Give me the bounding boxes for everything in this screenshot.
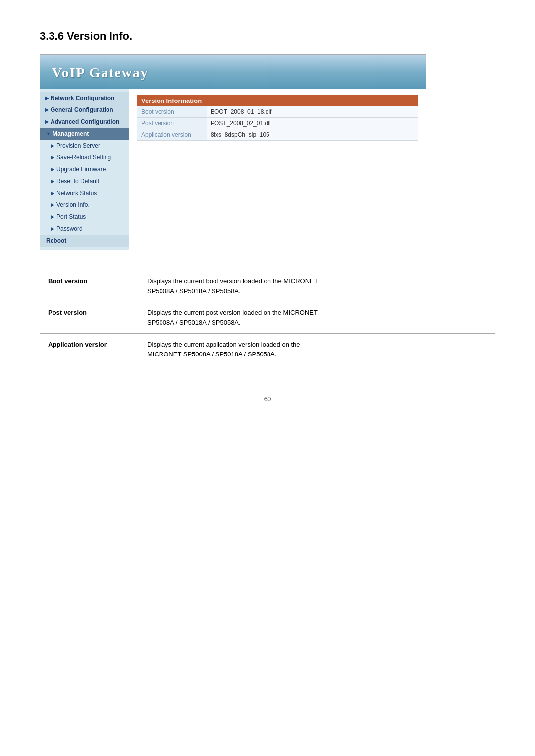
sidebar-item-save-reload[interactable]: Save-Reload Setting bbox=[40, 151, 129, 163]
sidebar-label-management: Management bbox=[53, 130, 89, 137]
sidebar-label-reboot: Reboot bbox=[46, 237, 66, 244]
sidebar-label-network-config: Network Configuration bbox=[51, 95, 114, 101]
sidebar-label-general-config: General Configuration bbox=[51, 106, 113, 113]
sidebar-item-general-config[interactable]: General Configuration bbox=[40, 104, 129, 116]
version-row: Post version POST_2008_02_01.dlf bbox=[137, 118, 418, 129]
page-title: 3.3.6 Version Info. bbox=[40, 30, 495, 43]
version-value: BOOT_2008_01_18.dlf bbox=[207, 106, 418, 118]
description-table: Boot version Displays the current boot v… bbox=[40, 270, 495, 365]
desc-field: Post version bbox=[40, 302, 139, 334]
sidebar-item-password[interactable]: Password bbox=[40, 223, 129, 235]
sidebar-label-upgrade-firmware: Upgrade Firmware bbox=[56, 166, 106, 173]
gateway-header: VoIP Gateway bbox=[40, 55, 426, 89]
sidebar-label-reset-default: Reset to Default bbox=[56, 178, 99, 185]
arrow-down-icon bbox=[46, 131, 51, 136]
version-row: Boot version BOOT_2008_01_18.dlf bbox=[137, 106, 418, 118]
sidebar-item-reset-default[interactable]: Reset to Default bbox=[40, 175, 129, 187]
sidebar-item-port-status[interactable]: Port Status bbox=[40, 211, 129, 223]
desc-text: Displays the current post version loaded… bbox=[139, 302, 495, 334]
arrow-icon bbox=[51, 179, 54, 184]
arrow-icon bbox=[45, 96, 49, 101]
arrow-icon bbox=[51, 191, 54, 196]
sidebar-item-network-status[interactable]: Network Status bbox=[40, 187, 129, 199]
sidebar-label-version-info: Version Info. bbox=[56, 202, 90, 208]
sidebar-item-upgrade-firmware[interactable]: Upgrade Firmware bbox=[40, 163, 129, 175]
version-value: 8fxs_8dspCh_sip_105 bbox=[207, 129, 418, 141]
desc-row: Post version Displays the current post v… bbox=[40, 302, 495, 334]
arrow-icon bbox=[45, 107, 49, 112]
desc-row: Application version Displays the current… bbox=[40, 334, 495, 365]
desc-field: Application version bbox=[40, 334, 139, 365]
brand-text: VoIP Gateway bbox=[52, 65, 149, 80]
version-label: Boot version bbox=[137, 106, 207, 118]
sidebar-label-save-reload: Save-Reload Setting bbox=[56, 154, 111, 161]
sidebar-item-version-info[interactable]: Version Info. bbox=[40, 199, 129, 211]
version-info-header: Version Information bbox=[137, 95, 418, 106]
sidebar-item-management[interactable]: Management bbox=[40, 128, 129, 140]
sidebar-label-provision-server: Provision Server bbox=[56, 142, 100, 149]
arrow-icon bbox=[51, 226, 54, 231]
arrow-icon bbox=[51, 214, 54, 219]
version-row: Application version 8fxs_8dspCh_sip_105 bbox=[137, 129, 418, 141]
arrow-icon bbox=[51, 155, 54, 160]
gateway-panel: VoIP Gateway Network Configuration Gener… bbox=[40, 54, 426, 250]
sidebar: Network Configuration General Configurat… bbox=[40, 89, 129, 250]
desc-text: Displays the current application version… bbox=[139, 334, 495, 365]
arrow-icon bbox=[51, 143, 54, 148]
sidebar-item-network-config[interactable]: Network Configuration bbox=[40, 92, 129, 104]
arrow-icon bbox=[45, 119, 49, 124]
desc-field: Boot version bbox=[40, 270, 139, 302]
gateway-body: Network Configuration General Configurat… bbox=[40, 89, 426, 250]
arrow-icon bbox=[51, 167, 54, 172]
sidebar-item-advanced-config[interactable]: Advanced Configuration bbox=[40, 116, 129, 128]
sidebar-label-port-status: Port Status bbox=[56, 213, 86, 220]
sidebar-label-password: Password bbox=[56, 225, 83, 232]
arrow-icon bbox=[51, 202, 54, 207]
sidebar-item-reboot[interactable]: Reboot bbox=[40, 235, 129, 247]
page-number: 60 bbox=[40, 395, 495, 403]
desc-row: Boot version Displays the current boot v… bbox=[40, 270, 495, 302]
sidebar-label-advanced-config: Advanced Configuration bbox=[51, 118, 119, 125]
version-label: Post version bbox=[137, 118, 207, 129]
version-label: Application version bbox=[137, 129, 207, 141]
desc-text: Displays the current boot version loaded… bbox=[139, 270, 495, 302]
version-value: POST_2008_02_01.dlf bbox=[207, 118, 418, 129]
main-content: Version Information Boot version BOOT_20… bbox=[129, 89, 426, 250]
version-table: Boot version BOOT_2008_01_18.dlf Post ve… bbox=[137, 106, 418, 141]
sidebar-label-network-status: Network Status bbox=[56, 190, 97, 197]
sidebar-item-provision-server[interactable]: Provision Server bbox=[40, 140, 129, 151]
